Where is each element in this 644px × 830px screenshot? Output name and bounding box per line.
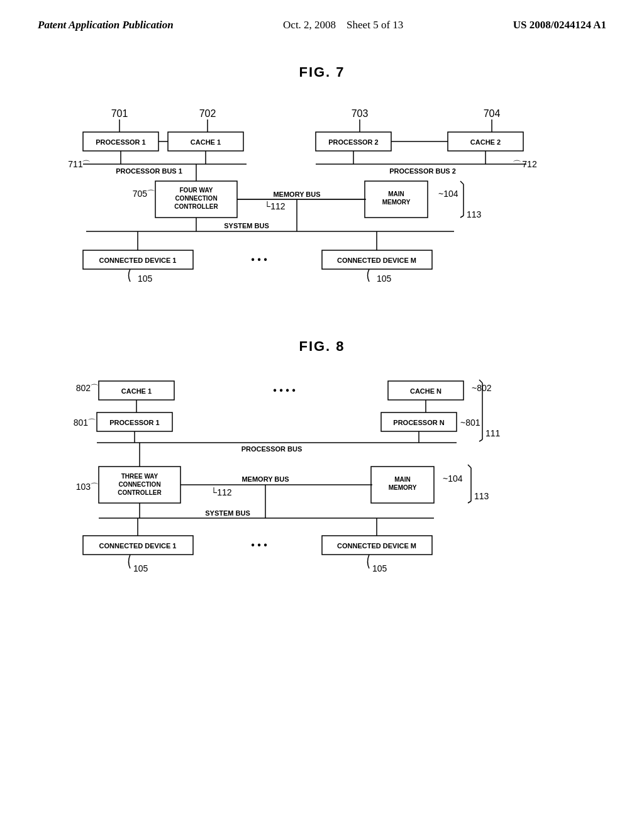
dots7: • • • xyxy=(251,254,267,265)
label-712: 712 xyxy=(522,159,537,169)
label-711: 711 xyxy=(68,159,83,169)
main-memory-line2: MEMORY xyxy=(382,199,411,206)
processor1-fig8: PROCESSOR 1 xyxy=(109,419,159,426)
label-105b-fig8: 105 xyxy=(372,563,387,573)
tilde-802a: ⌒ xyxy=(90,383,99,393)
label-113-fig8: 113 xyxy=(474,491,489,501)
label-112: └112 xyxy=(264,201,285,211)
label-704: 704 xyxy=(484,108,501,119)
label-103: 103 xyxy=(76,482,91,492)
main-memory-fig8-1: MAIN xyxy=(394,476,411,483)
cacheN-fig8: CACHE N xyxy=(410,387,441,395)
tilde-705: ⌒ xyxy=(147,189,155,199)
cache2-label: CACHE 2 xyxy=(470,138,501,146)
fourway-line1: FOUR WAY xyxy=(180,187,213,194)
processor-bus2-label: PROCESSOR BUS 2 xyxy=(389,167,456,175)
tilde-801a: ⌒ xyxy=(87,418,96,428)
patent-number-label: US 2008/0244124 A1 xyxy=(513,18,606,33)
dots8-bottom: • • • xyxy=(251,540,267,550)
main-memory-line1: MAIN xyxy=(388,191,404,197)
processor-bus-fig8: PROCESSOR BUS xyxy=(242,445,303,453)
label-802b: ~802 xyxy=(472,383,492,393)
label-105b: 105 xyxy=(377,274,392,284)
label-705: 705 xyxy=(133,189,148,199)
patent-number-text: US 2008/0244124 A1 xyxy=(513,19,606,31)
label-104: ~104 xyxy=(438,189,458,199)
main-memory-fig8-2: MEMORY xyxy=(389,484,417,491)
cache1-fig8: CACHE 1 xyxy=(121,387,152,395)
label-703: 703 xyxy=(352,108,369,119)
tilde-103: ⌒ xyxy=(90,482,99,492)
label-801b: ~801 xyxy=(460,418,480,428)
label-112-fig8: └112 xyxy=(211,487,231,497)
fig8-diagram: 802 ⌒ CACHE 1 • • • • CACHE N ~802 801 ⌒… xyxy=(38,374,606,612)
label-702: 702 xyxy=(199,108,216,119)
label-104-fig8: ~104 xyxy=(443,473,463,484)
memory-bus-fig8: MEMORY BUS xyxy=(242,475,289,483)
fig7-svg: 701 702 703 704 PROCESSOR 1 CACHE 1 PROC… xyxy=(52,99,592,313)
label-801a: 801 xyxy=(74,418,89,428)
label-802a: 802 xyxy=(76,383,91,393)
fig8-svg: 802 ⌒ CACHE 1 • • • • CACHE N ~802 801 ⌒… xyxy=(52,374,592,612)
page-header: Patent Application Publication Oct. 2, 2… xyxy=(0,0,644,33)
fig7-title: FIG. 7 xyxy=(38,64,606,80)
main-content: FIG. 7 701 702 703 704 PROCESSOR 1 CACHE… xyxy=(0,33,644,656)
dots8-top: • • • • xyxy=(273,385,296,396)
label-701: 701 xyxy=(111,108,128,119)
sheet-text: Sheet 5 of 13 xyxy=(347,19,403,31)
system-bus-fig8: SYSTEM BUS xyxy=(205,509,250,517)
connected-deviceM-fig8: CONNECTED DEVICE M xyxy=(337,542,416,550)
system-bus-label: SYSTEM BUS xyxy=(224,222,269,230)
label-111: 111 xyxy=(486,428,501,438)
fourway-line3: CONTROLLER xyxy=(174,203,218,210)
label-105a: 105 xyxy=(138,274,153,284)
cache1-label: CACHE 1 xyxy=(191,138,221,146)
label-105a-fig8: 105 xyxy=(133,563,148,573)
fig8-title: FIG. 8 xyxy=(38,338,606,355)
processor1-label: PROCESSOR 1 xyxy=(96,138,145,146)
fourway-line2: CONNECTION xyxy=(175,195,217,202)
label-113: 113 xyxy=(467,209,482,219)
processor-bus1-label: PROCESSOR BUS 1 xyxy=(116,167,182,175)
processorN-fig8: PROCESSOR N xyxy=(393,419,444,426)
memory-bus-label: MEMORY BUS xyxy=(273,191,320,198)
publication-text: Patent Application Publication xyxy=(38,19,174,31)
connected-deviceM-label: CONNECTED DEVICE M xyxy=(337,257,416,264)
publication-label: Patent Application Publication xyxy=(38,18,174,33)
threeway-line3: CONTROLLER xyxy=(118,489,162,496)
threeway-line2: CONNECTION xyxy=(118,481,160,488)
connected-device1-fig8: CONNECTED DEVICE 1 xyxy=(99,542,177,550)
connected-device1-label: CONNECTED DEVICE 1 xyxy=(99,257,177,264)
processor2-label: PROCESSOR 2 xyxy=(328,138,378,146)
date-sheet-label: Oct. 2, 2008 Sheet 5 of 13 xyxy=(283,18,403,33)
tilde-712: ⌒ xyxy=(513,159,521,169)
fig7-diagram: 701 702 703 704 PROCESSOR 1 CACHE 1 PROC… xyxy=(38,99,606,313)
date-text: Oct. 2, 2008 xyxy=(283,19,336,31)
threeway-line1: THREE WAY xyxy=(121,473,158,480)
